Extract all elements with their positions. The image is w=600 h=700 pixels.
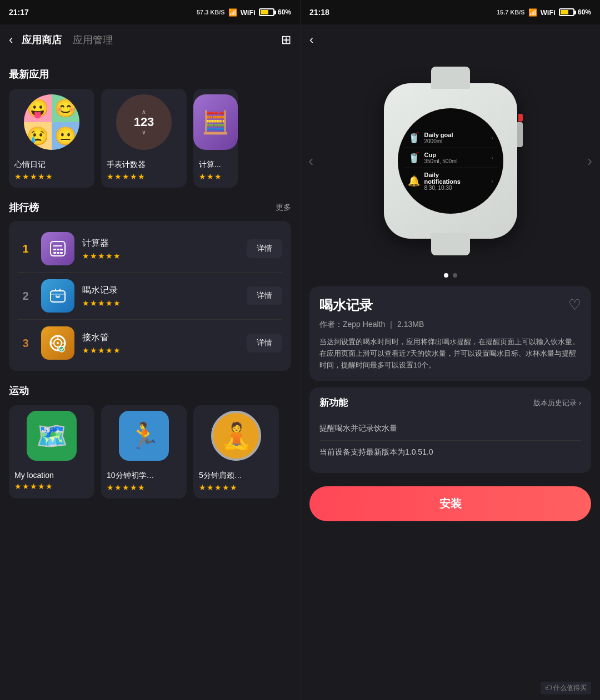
stretch-app-name: 10分钟初学… [107,471,181,481]
calc-rank-stars: ★★★★★ [82,251,239,260]
location-icon: 🗺️ [27,411,77,461]
left-nav-bar: ‹ 应用商店 应用管理 ⊞ [0,24,300,56]
mood-app-stars: ★★★★★ [14,172,89,181]
sports-card-stretch[interactable]: 🏃 10分钟初学… ★★★★★ [101,405,187,498]
svg-rect-7 [60,252,63,254]
right-time: 21:18 [309,8,329,17]
watch-notif-icon: 🔔 [408,175,420,187]
app-card-counter[interactable]: ∧ 123 ∨ 手表计数器 ★★★★★ [101,89,187,188]
right-battery-pct: 60% [578,8,591,16]
features-history-arrow: › [579,399,581,407]
features-header: 新功能 版本历史记录 › [319,396,581,409]
right-back-button[interactable]: ‹ [309,33,313,47]
watch-goal-title: Daily goal [424,132,487,138]
sports-card-shoulder[interactable]: 🧘 5分钟肩颈… ★★★★★ [193,405,279,498]
stretch-app-icon-container: 🏃 [101,405,187,466]
watch-side-btn-red [518,114,523,122]
watch-goal-icon: 🥤 [408,132,420,144]
watch-goal-arrow: › [491,135,493,141]
shoulder-app-icon-container: 🧘 [193,405,279,466]
ranking-item-2[interactable]: 2 喝水记录 ★★★★★ 详情 [9,273,291,319]
mood-app-name: 心情日记 [14,160,89,170]
carousel-left-arrow[interactable]: ‹ [303,147,319,175]
left-nav-grid-button[interactable]: ⊞ [281,33,291,47]
watch-menu-item-notif: 🔔 Daily notifications 8:30, 10:30 › [403,168,498,194]
watch-menu-item-cup: 🥤 Cup 350ml, 500ml › [403,148,498,168]
right-status-bar: 21:18 15.7 KB/S 📶 WiFi 60% [301,0,600,24]
location-app-name: My location [14,471,89,480]
features-card: 新功能 版本历史记录 › 提醒喝水并记录饮水量 当前设备支持最新版本为1.0.5… [309,387,591,473]
app-detail-description: 当达到设置的喝水时间时，应用将弹出喝水提醒，在提醒页面上可以输入饮水量。在应用页… [319,336,581,371]
water-rank-icon [41,279,74,313]
watch-carousel: ‹ 🥤 Daily goal 2000ml [301,56,600,266]
mood-app-icon-container: 😛 😊 😢 😐 [9,89,94,155]
shoulder-app-stars: ★★★★★ [199,483,273,492]
watermark: 🏷 什么值得买 [541,682,591,694]
pipe-rank-info: 接水管 ★★★★★ [82,332,239,355]
right-wifi-icon: WiFi [541,8,556,17]
pipe-rank-name: 接水管 [82,332,239,344]
right-scroll-content: ‹ 🥤 Daily goal 2000ml [301,56,600,700]
latest-section-title: 最新应用 [9,68,291,81]
watch-body: 🥤 Daily goal 2000ml › 🥤 Cup 350ml, [384,83,517,239]
left-panel: 21:17 57.3 KB/S 📶 WiFi 60% ‹ 应用商店 应用管理 ⊞… [0,0,300,700]
watermark-icon: 🏷 [545,684,552,692]
calc-rank-icon [41,232,74,265]
watch-side-btn-mid [517,133,523,147]
water-rank-name: 喝水记录 [82,285,239,296]
watch-notif-title2: notifications [424,178,487,185]
right-panel: 21:18 15.7 KB/S 📶 WiFi 60% ‹ ‹ [300,0,600,700]
app-detail-title: 喝水记录 [319,296,373,314]
feature-item-2: 当前设备支持最新版本为1.0.51.0 [319,441,581,464]
calc-partial-icon: 🧮 [193,94,238,150]
location-app-stars: ★★★★★ [14,482,89,491]
rankings-section-header: 排行榜 更多 [9,201,291,214]
pipe-detail-button[interactable]: 详情 [247,334,282,352]
watch-goal-sub: 2000ml [424,138,487,144]
app-detail-header: 喝水记录 ♡ [319,296,581,314]
counter-app-stars: ★★★★★ [107,172,181,181]
app-card-mood[interactable]: 😛 😊 😢 😐 心情日记 ★★★★★ [9,89,94,188]
calc-detail-button[interactable]: 详情 [247,239,282,258]
features-history-link[interactable]: 版本历史记录 › [533,398,581,408]
sports-apps-grid: 🗺️ My location ★★★★★ 🏃 10分钟初学… ★★★★★ [9,405,291,498]
app-card-calc-partial[interactable]: 🧮 计算... ★★★ [193,89,238,188]
counter-app-icon-container: ∧ 123 ∨ [101,89,187,155]
svg-point-12 [57,342,59,344]
ranking-item-1[interactable]: 1 计算器 ★★★★★ [9,225,291,272]
carousel-dot-2[interactable] [453,273,457,278]
calc-rank-name: 计算器 [82,238,239,249]
ranking-item-3[interactable]: 3 接水管 ★★★★★ 详情 [9,320,291,366]
sports-card-location[interactable]: 🗺️ My location ★★★★★ [9,405,94,498]
left-battery-pct: 60% [278,8,291,16]
right-status-right: 15.7 KB/S 📶 WiFi 60% [497,8,591,17]
rank-number-2: 2 [18,290,33,303]
left-speed: 57.3 KB/S [197,9,225,16]
heart-button[interactable]: ♡ [568,296,581,314]
stretch-icon: 🏃 [119,411,169,461]
features-title: 新功能 [319,396,348,409]
svg-rect-2 [53,249,56,250]
left-back-button[interactable]: ‹ [9,33,13,47]
carousel-dot-1[interactable] [444,273,448,278]
install-button[interactable]: 安装 [309,486,591,521]
watch-notif-title: Daily [424,172,487,178]
right-battery-icon [559,8,574,16]
watch-goal-text: Daily goal 2000ml [424,132,487,144]
app-meta-separator: ｜ [387,320,395,329]
counter-app-name: 手表计数器 [107,160,181,170]
left-nav-title-store[interactable]: 应用商店 [22,33,62,47]
rankings-card: 1 计算器 ★★★★★ [9,221,291,371]
carousel-right-arrow[interactable]: › [582,147,598,175]
install-button-wrap: 安装 [301,477,600,538]
watch-cup-icon: 🥤 [408,152,420,164]
more-link[interactable]: 更多 [276,203,291,213]
right-signal-icon: 📶 [528,8,537,17]
left-battery-icon [259,8,274,16]
water-detail-button[interactable]: 详情 [247,286,282,305]
left-nav-title-manage[interactable]: 应用管理 [73,33,113,47]
watch-cup-sub: 350ml, 500ml [424,158,487,164]
latest-apps-grid: 😛 😊 😢 😐 心情日记 ★★★★★ ∧ 123 [9,89,291,188]
shoulder-icon: 🧘 [211,411,261,461]
left-signal-icon: 📶 [228,8,237,17]
